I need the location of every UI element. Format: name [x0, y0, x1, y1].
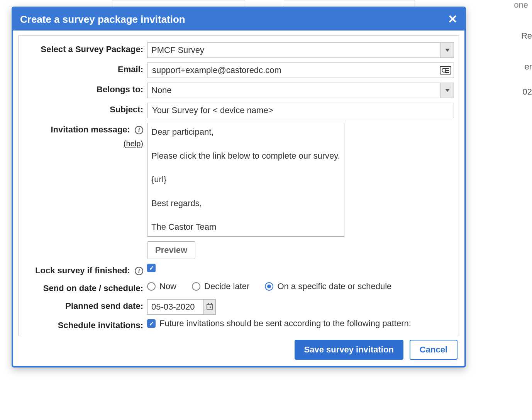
schedule-invitations-checkbox[interactable]	[147, 319, 156, 328]
radio-decide-later[interactable]	[192, 282, 200, 291]
chevron-down-icon[interactable]	[441, 43, 454, 58]
label-lock-survey: Lock survey if finished: i	[24, 264, 147, 278]
calendar-icon[interactable]	[203, 300, 215, 314]
create-survey-invitation-modal: Create a survey package invitation ✕ Sel…	[12, 7, 466, 368]
subject-input[interactable]	[151, 105, 450, 116]
chevron-down-icon[interactable]	[441, 83, 454, 98]
label-email: Email:	[24, 63, 147, 76]
label-survey-package: Select a Survey Package:	[24, 42, 147, 56]
info-icon[interactable]: i	[135, 267, 143, 275]
radio-now[interactable]	[147, 282, 156, 291]
save-survey-invitation-button[interactable]: Save survey invitation	[295, 340, 403, 360]
modal-header: Create a survey package invitation ✕	[13, 8, 464, 30]
label-lock-text: Lock survey if finished:	[35, 266, 130, 275]
label-belongs-to: Belongs to:	[24, 83, 147, 97]
belongs-to-value: None	[151, 85, 172, 95]
bg-text: 02	[523, 87, 532, 97]
belongs-to-select[interactable]: None	[147, 83, 454, 98]
label-subject: Subject:	[24, 103, 147, 117]
planned-date-input[interactable]: 05-03-2020	[147, 299, 216, 315]
modal-title: Create a survey package invitation	[20, 14, 185, 25]
modal-footer: Save survey invitation Cancel	[13, 336, 464, 366]
label-send-on: Send on date / schedule:	[24, 281, 147, 295]
planned-date-value: 05-03-2020	[151, 302, 195, 312]
label-invitation-text: Invitation message:	[51, 125, 130, 134]
bg-text: one	[514, 0, 528, 10]
survey-package-select[interactable]: PMCF Survey	[147, 42, 454, 58]
address-book-icon[interactable]	[440, 66, 451, 75]
send-on-radio-group: Now Decide later On a specific date or s…	[147, 281, 391, 291]
schedule-invitations-text: Future invitations should be sent accord…	[159, 318, 411, 329]
label-schedule-invitations: Schedule invitations:	[24, 318, 147, 332]
subject-input-wrapper	[147, 103, 454, 118]
radio-specific-date[interactable]	[265, 282, 273, 291]
form-frame: Select a Survey Package: PMCF Survey Ema…	[19, 35, 459, 336]
survey-package-value: PMCF Survey	[151, 45, 204, 55]
preview-button[interactable]: Preview	[147, 241, 195, 259]
help-link[interactable]: (help)	[24, 137, 143, 151]
bg-text: Re	[521, 31, 532, 41]
email-input[interactable]	[151, 65, 450, 76]
modal-body: Select a Survey Package: PMCF Survey Ema…	[13, 30, 464, 336]
radio-specific-label: On a specific date or schedule	[277, 281, 391, 291]
radio-later-label: Decide later	[204, 281, 249, 291]
email-input-wrapper	[147, 63, 454, 78]
radio-now-label: Now	[159, 281, 176, 291]
info-icon[interactable]: i	[135, 126, 143, 134]
close-icon[interactable]: ✕	[448, 14, 457, 25]
bg-text: er	[524, 62, 532, 72]
label-planned-date: Planned send date:	[24, 299, 147, 313]
label-invitation-message: Invitation message: i (help)	[24, 123, 147, 151]
lock-survey-checkbox[interactable]	[147, 264, 156, 272]
invitation-message-textarea[interactable]: Dear participant, Please click the link …	[147, 123, 344, 237]
cancel-button[interactable]: Cancel	[410, 340, 457, 360]
